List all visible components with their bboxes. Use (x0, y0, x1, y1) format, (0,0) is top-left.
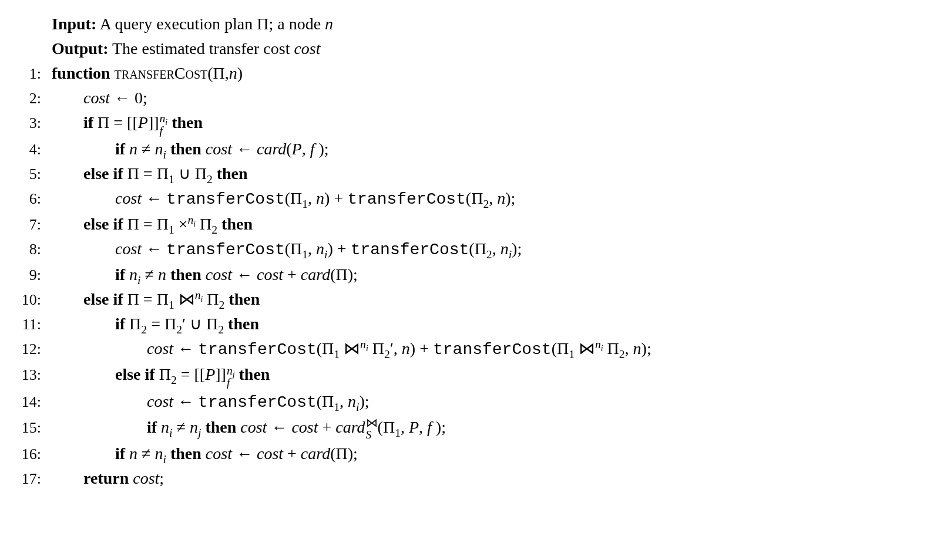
code-line-body: if ni ≠ n then cost ← cost + card(Π); (52, 262, 651, 287)
input-line: Input: A query execution plan Π; a node … (52, 12, 651, 36)
code-line: 3:if Π = [[P]]nif then (18, 110, 651, 137)
code-line-body: function transferCost(Π,n) (52, 61, 651, 86)
code-content: return cost; (52, 466, 164, 491)
code-content: if ni ≠ nj then cost ← cost + card⋈S(Π1,… (52, 415, 446, 441)
output-row: Output: The estimated transfer cost cost (18, 36, 651, 61)
line-number: 9: (18, 262, 52, 287)
code-line: 17:return cost; (18, 466, 651, 491)
code-content: if Π = [[P]]nif then (52, 110, 203, 137)
code-line-body: if n ≠ ni then cost ← card(P, f ); (52, 137, 651, 161)
code-line-body: if Π = [[P]]nif then (52, 110, 651, 137)
code-content: if n ≠ ni then cost ← card(P, f ); (52, 137, 329, 161)
line-number-blank (18, 36, 52, 61)
code-line: 16:if n ≠ ni then cost ← cost + card(Π); (18, 441, 651, 466)
line-number: 1: (18, 61, 52, 86)
line-number: 17: (18, 466, 52, 491)
code-content: if Π2 = Π2′ ∪ Π2 then (52, 312, 259, 336)
line-number: 3: (18, 110, 52, 137)
code-content: if ni ≠ n then cost ← cost + card(Π); (52, 262, 358, 287)
code-content: else if Π = Π1 ∪ Π2 then (52, 161, 248, 186)
code-line-body: return cost; (52, 466, 651, 491)
output-label: Output: (52, 39, 108, 58)
code-line: 10:else if Π = Π1 ⋈ni Π2 then (18, 287, 651, 312)
code-line-body: else if Π = Π1 ⋈ni Π2 then (52, 287, 651, 312)
code-line-body: else if Π2 = [[P]]njf then (52, 362, 651, 389)
line-number: 10: (18, 287, 52, 312)
line-number: 8: (18, 237, 52, 262)
code-line-body: cost ← transferCost(Π1 ⋈ni Π2′, n) + tra… (52, 336, 651, 362)
code-line: 8:cost ← transferCost(Π1, ni) + transfer… (18, 237, 651, 262)
line-number: 7: (18, 212, 52, 237)
line-number: 13: (18, 362, 52, 389)
code-line: 13:else if Π2 = [[P]]njf then (18, 362, 651, 389)
output-line: Output: The estimated transfer cost cost (52, 36, 651, 61)
code-line-body: else if Π = Π1 ∪ Π2 then (52, 161, 651, 186)
code-content: else if Π2 = [[P]]njf then (52, 362, 270, 389)
code-content: else if Π = Π1 ×ni Π2 then (52, 212, 253, 237)
code-line: 6:cost ← transferCost(Π1, n) + transferC… (18, 186, 651, 212)
code-line: 12:cost ← transferCost(Π1 ⋈ni Π2′, n) + … (18, 336, 651, 362)
code-line-body: if Π2 = Π2′ ∪ Π2 then (52, 312, 651, 336)
code-line-body: cost ← transferCost(Π1, n) + transferCos… (52, 186, 651, 212)
code-line-body: cost ← transferCost(Π1, ni) + transferCo… (52, 237, 651, 262)
code-line-body: if n ≠ ni then cost ← cost + card(Π); (52, 441, 651, 466)
code-content: cost ← transferCost(Π1, ni) + transferCo… (52, 237, 522, 262)
code-content: cost ← transferCost(Π1 ⋈ni Π2′, n) + tra… (52, 336, 651, 362)
code-line: 5:else if Π = Π1 ∪ Π2 then (18, 161, 651, 186)
code-content: if n ≠ ni then cost ← cost + card(Π); (52, 441, 358, 466)
code-content: cost ← transferCost(Π1, ni); (52, 389, 370, 415)
algorithm-block: Input: A query execution plan Π; a node … (18, 12, 651, 491)
line-number: 4: (18, 137, 52, 161)
line-number: 14: (18, 389, 52, 415)
input-label: Input: (52, 15, 96, 33)
input-row: Input: A query execution plan Π; a node … (18, 12, 651, 36)
code-content: function transferCost(Π,n) (52, 61, 243, 86)
code-line-body: else if Π = Π1 ×ni Π2 then (52, 212, 651, 237)
code-line: 15:if ni ≠ nj then cost ← cost + card⋈S(… (18, 415, 651, 441)
code-content: cost ← transferCost(Π1, n) + transferCos… (52, 186, 515, 212)
code-line: 14:cost ← transferCost(Π1, ni); (18, 389, 651, 415)
code-content: cost ← 0; (52, 86, 147, 110)
code-line-body: cost ← transferCost(Π1, ni); (52, 389, 651, 415)
code-line-body: if ni ≠ nj then cost ← cost + card⋈S(Π1,… (52, 415, 651, 441)
code-line-body: cost ← 0; (52, 86, 651, 110)
code-line: 4:if n ≠ ni then cost ← card(P, f ); (18, 137, 651, 161)
line-number: 2: (18, 86, 52, 110)
output-text: The estimated transfer cost cost (112, 39, 321, 58)
line-number: 6: (18, 186, 52, 212)
line-number: 11: (18, 312, 52, 336)
line-number: 15: (18, 415, 52, 441)
code-line: 1:function transferCost(Π,n) (18, 61, 651, 86)
code-line: 9:if ni ≠ n then cost ← cost + card(Π); (18, 262, 651, 287)
line-number-blank (18, 12, 52, 36)
code-line: 2:cost ← 0; (18, 86, 651, 110)
input-text: A query execution plan Π; a node n (100, 15, 333, 33)
code-line: 11:if Π2 = Π2′ ∪ Π2 then (18, 312, 651, 336)
code-content: else if Π = Π1 ⋈ni Π2 then (52, 287, 260, 312)
line-number: 5: (18, 161, 52, 186)
code-line: 7:else if Π = Π1 ×ni Π2 then (18, 212, 651, 237)
line-number: 16: (18, 441, 52, 466)
line-number: 12: (18, 336, 52, 362)
